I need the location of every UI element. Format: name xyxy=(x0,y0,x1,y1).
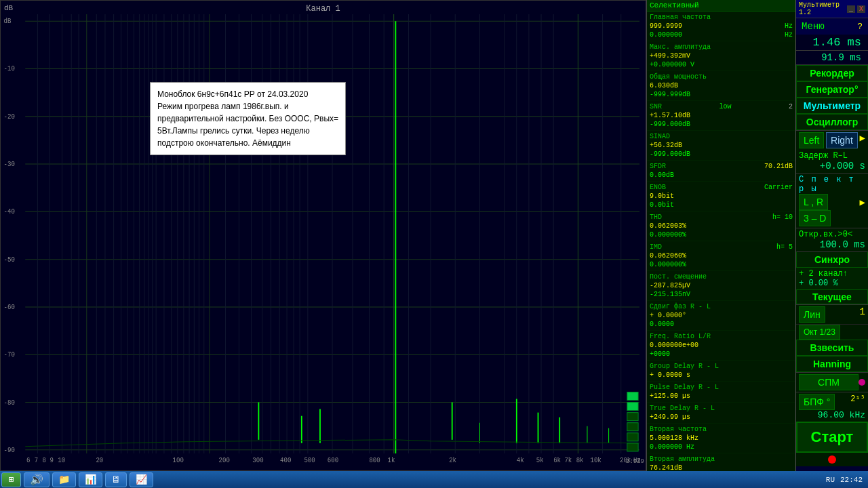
svg-text:7: 7 xyxy=(35,457,38,465)
left-button[interactable]: Left xyxy=(799,132,824,148)
start-menu-button[interactable]: ⊞ xyxy=(1,472,21,487)
svg-rect-114 xyxy=(627,433,638,441)
true-delay-label-row: True Delay R - L xyxy=(647,404,795,413)
spm-button[interactable]: СПМ xyxy=(799,374,859,390)
3d-button[interactable]: 3 – D xyxy=(799,210,831,226)
rp-header: Селективный xyxy=(647,0,795,12)
svg-rect-0 xyxy=(1,1,646,470)
svg-text:7k: 7k xyxy=(564,457,572,465)
sinad-value1: +56.32dB xyxy=(650,142,682,149)
spectra-row: С п е к т р ы xyxy=(799,175,865,194)
pulse-delay-value: +125.00 μs xyxy=(650,392,690,400)
oscilloscope-button[interactable]: Осциллогр xyxy=(796,114,868,130)
svg-text:-80: -80 xyxy=(4,399,16,407)
svg-text:8k: 8k xyxy=(576,457,584,465)
bpf-value: 2¹⁵ xyxy=(850,394,865,410)
freq-ratio-label: Freq. Ratio L/R xyxy=(650,333,711,340)
group-delay-label-row: Group Delay R - L xyxy=(647,362,795,371)
db-label: dB xyxy=(4,4,13,12)
svg-text:dB: dB xyxy=(4,18,12,26)
oct-row: Окт 1/23 xyxy=(796,324,868,340)
phase-value: + 0.0000° xyxy=(650,312,686,319)
sfdr-value2: 0.00dB xyxy=(650,171,674,179)
phase-label: Сдвиг фаз R - L xyxy=(650,303,711,310)
snr-value1: +1.57.10dB xyxy=(650,112,690,119)
svg-text:4k: 4k xyxy=(517,457,524,465)
weigh-button[interactable]: Взвесить xyxy=(796,340,868,356)
svg-rect-115 xyxy=(627,443,638,451)
start-button[interactable]: Старт xyxy=(796,422,868,453)
close-button[interactable]: X xyxy=(857,5,865,13)
main-freq2-unit: Hz xyxy=(785,31,793,39)
taskbar-button-3[interactable]: 📊 xyxy=(79,472,102,487)
otkr-value: 100.0 ms xyxy=(799,239,865,250)
lin-button[interactable]: Лин xyxy=(799,306,825,323)
question-button[interactable]: ? xyxy=(854,20,865,33)
main-container: dB Канал 1 dB -10 -20 -30 -40 -50 -60 -7… xyxy=(0,0,868,471)
svg-text:6: 6 xyxy=(26,457,31,465)
freq-ratio-value: 0.000000e+00 xyxy=(650,342,698,349)
snr-low: low xyxy=(719,103,731,110)
lr-arrow-icon: ▶ xyxy=(860,197,865,208)
taskbar-button-5[interactable]: 📈 xyxy=(130,472,153,487)
frp-window-controls: _ X xyxy=(847,5,865,13)
lr-button[interactable]: L , R xyxy=(799,194,828,210)
minimize-button[interactable]: _ xyxy=(847,5,855,13)
multimeter-button[interactable]: Мультиметр xyxy=(796,98,868,114)
menu-button[interactable]: Меню xyxy=(799,20,827,33)
svg-text:1k: 1k xyxy=(388,457,395,465)
chart-area: dB Канал 1 dB -10 -20 -30 -40 -50 -60 -7… xyxy=(0,0,646,471)
bpf-button[interactable]: БПФ ° xyxy=(799,394,835,410)
group-delay-value-row: + 0.0000 s xyxy=(647,371,795,380)
taskbar-icon-5: 📈 xyxy=(136,474,147,485)
main-freq2-value: 0.000000 xyxy=(650,31,682,39)
right-button[interactable]: Right xyxy=(826,132,858,148)
annotation-line3: предварительной настройки. Без ОООС, Рвы… xyxy=(157,113,338,125)
main-freq2-row: 0.000000 Hz xyxy=(647,30,795,39)
annotation-box: Моноблок 6н9с+6п41с РР от 24.03.2020 Реж… xyxy=(150,82,346,155)
generator-button[interactable]: Генератор° xyxy=(796,81,868,98)
rp-title: Селективный xyxy=(650,1,699,9)
channel-label: Канал 1 xyxy=(306,4,340,14)
pulse-delay-section: Pulse Delay R - L +125.00 μs xyxy=(647,382,795,403)
enob-value2: 0.0bit xyxy=(650,201,674,209)
plus-channel-section: + 2 канал↑ + 0.00 % xyxy=(796,268,868,289)
recorder-button[interactable]: Рекордер xyxy=(796,65,868,81)
pulse-delay-label: Pulse Delay R - L xyxy=(650,384,719,391)
hanning-button[interactable]: Hanning xyxy=(796,356,868,372)
svg-text:300: 300 xyxy=(252,457,264,465)
svg-text:500: 500 xyxy=(304,457,315,465)
total-power-value2: -999.999dB xyxy=(650,91,690,98)
snr-label: SNR xyxy=(650,103,662,110)
thd-row: THD h= 10 xyxy=(647,213,795,222)
max-amp-value2: +0.000000 V xyxy=(650,61,694,68)
status-dot-row xyxy=(796,453,868,466)
snr-value2-row: -999.000dB xyxy=(647,120,795,129)
enob-value1-row: 9.0bit xyxy=(647,192,795,201)
spectra-section: С п е к т р ы L , R ▶ 3 – D xyxy=(796,173,868,228)
dc-value2-row: -215.135nV xyxy=(647,290,795,299)
imd-row: IMD h= 5 xyxy=(647,243,795,251)
phase-value-row: + 0.0000° xyxy=(647,311,795,320)
annotation-line5: подстрою окончательно. Аёмиддин xyxy=(157,137,338,149)
sinad-value2: -999.000dB xyxy=(650,150,690,158)
current-button[interactable]: Текущее xyxy=(796,289,868,304)
sfdr-section: SFDR 70.21dB 0.00dB xyxy=(647,161,795,182)
svg-text:-70: -70 xyxy=(4,351,16,359)
group-delay-value: + 0.0000 s xyxy=(650,371,690,379)
max-amp-section: Макс. амплитуда +499.392mV +0.000000 V xyxy=(647,41,795,71)
taskbar-button-1[interactable]: 🔊 xyxy=(24,472,50,487)
synchro-button[interactable]: Синхро xyxy=(796,251,868,268)
enob-row: ENOB Carrier xyxy=(647,183,795,192)
sfdr-label: SFDR xyxy=(650,163,666,170)
svg-text:9: 9 xyxy=(50,457,54,465)
taskbar-button-2[interactable]: 📁 xyxy=(52,472,76,487)
main-freq-value-row: 999.9999 Hz xyxy=(647,22,795,30)
oct-button[interactable]: Окт 1/23 xyxy=(799,325,840,340)
imd-value2-row: 0.000000% xyxy=(647,260,795,269)
svg-text:400: 400 xyxy=(280,457,292,465)
freq-ratio-value2: +0000 xyxy=(650,350,670,358)
taskbar-button-4[interactable]: 🖥 xyxy=(105,472,127,487)
main-freq-label: Главная частота xyxy=(650,14,711,21)
chart-svg: dB -10 -20 -30 -40 -50 -60 -70 -80 -90 xyxy=(1,1,646,470)
